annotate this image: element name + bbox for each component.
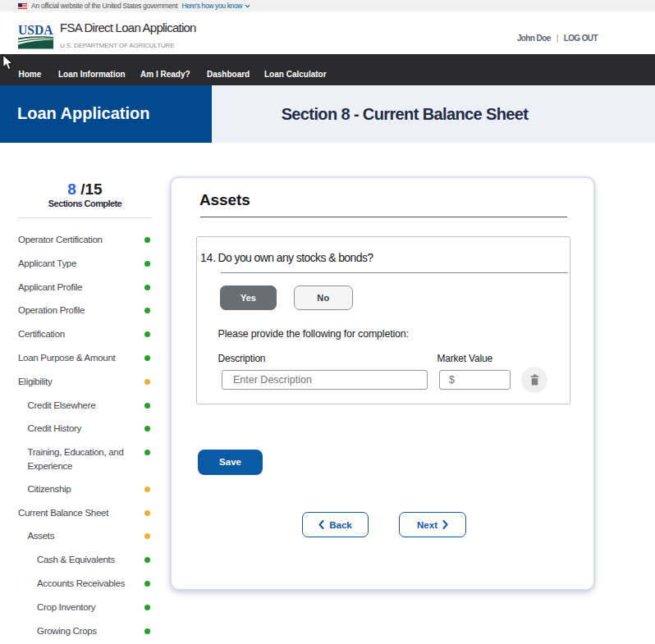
svg-text:USDA: USDA [18, 25, 53, 38]
